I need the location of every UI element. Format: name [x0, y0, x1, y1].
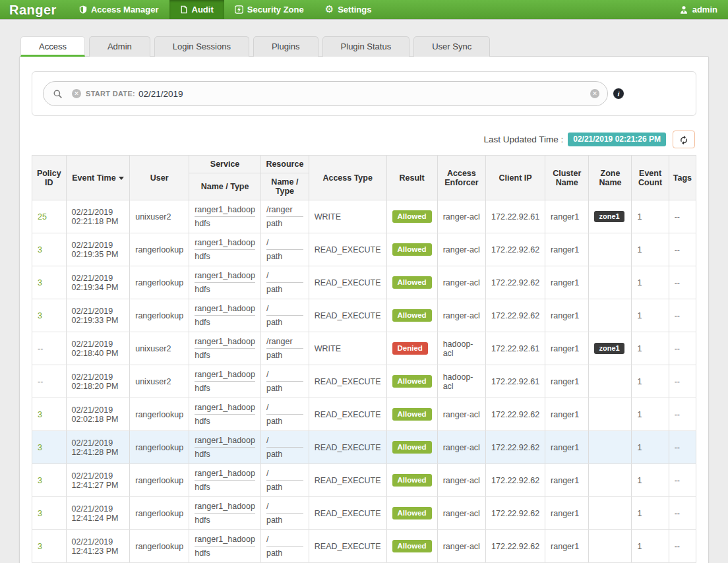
- cell-service: ranger1_hadoophdfs: [189, 266, 261, 299]
- cell-zone-name: [589, 464, 632, 497]
- cell-access-type: READ_EXECUTE: [309, 398, 386, 431]
- cell-resource: /path: [260, 497, 309, 530]
- cell-tags: --: [669, 200, 696, 233]
- cell-tags: --: [669, 332, 696, 365]
- cell-user: unixuser2: [130, 365, 189, 398]
- cell-event-time: 02/21/2019 02:19:35 PM: [66, 233, 130, 266]
- cell-cluster-name: ranger1: [545, 530, 589, 563]
- audit-tabs: Access Admin Login Sessions Plugins Plug…: [19, 36, 709, 57]
- result-badge: Allowed: [392, 408, 432, 421]
- sort-desc-icon: [119, 177, 124, 180]
- cell-tags: --: [669, 398, 696, 431]
- policy-id-link[interactable]: 3: [38, 443, 42, 452]
- last-updated-badge: 02/21/2019 02:21:26 PM: [568, 133, 666, 146]
- cell-access-enforcer: ranger-acl: [437, 266, 485, 299]
- cell-client-ip: 172.22.92.62: [486, 398, 545, 431]
- cell-client-ip: 172.22.92.62: [486, 530, 545, 563]
- policy-id-link[interactable]: 3: [38, 410, 42, 419]
- tab-plugins[interactable]: Plugins: [253, 36, 318, 57]
- cell-access-type: READ_EXECUTE: [309, 431, 386, 464]
- cell-resource: /path: [260, 266, 309, 299]
- shield-icon: [79, 5, 87, 14]
- result-badge: Allowed: [392, 210, 432, 223]
- cell-access-type: READ_EXECUTE: [309, 299, 386, 332]
- user-icon: [679, 5, 688, 15]
- info-icon[interactable]: i: [613, 88, 624, 99]
- zone-badge: zone1: [594, 343, 624, 354]
- cell-result: Denied: [386, 332, 437, 365]
- table-row: 302/21/2019 12:41:23 PMrangerlookuprange…: [32, 530, 696, 563]
- cell-zone-name: [589, 233, 632, 266]
- search-clear-icon[interactable]: ✕: [590, 89, 599, 98]
- search-input[interactable]: ✕ START DATE: 02/21/2019 ✕: [43, 81, 608, 106]
- cell-result: Allowed: [386, 233, 437, 266]
- cell-cluster-name: ranger1: [545, 299, 589, 332]
- cell-tags: --: [669, 464, 696, 497]
- tab-access[interactable]: Access: [20, 36, 85, 57]
- nav-item-security-zone[interactable]: Security Zone: [224, 0, 315, 19]
- cell-access-enforcer: hadoop-acl: [437, 365, 485, 398]
- cell-result: Allowed: [386, 200, 437, 233]
- policy-id-link[interactable]: 3: [38, 542, 42, 551]
- col-group-service: Service: [189, 156, 261, 173]
- tab-admin[interactable]: Admin: [89, 36, 150, 57]
- filter-tag-remove-icon[interactable]: ✕: [72, 89, 81, 98]
- col-group-resource: Resource: [260, 156, 309, 173]
- result-badge: Allowed: [392, 507, 432, 520]
- nav-item-audit[interactable]: Audit: [169, 0, 224, 19]
- cell-zone-name: [589, 266, 632, 299]
- cell-zone-name: zone1: [589, 332, 632, 365]
- policy-id-link[interactable]: 3: [38, 245, 42, 254]
- cell-client-ip: 172.22.92.62: [486, 233, 545, 266]
- user-menu[interactable]: admin: [679, 5, 717, 15]
- search-icon: [53, 89, 63, 99]
- table-row: 2502/21/2019 02:21:18 PMunixuser2ranger1…: [32, 200, 696, 233]
- cell-client-ip: 172.22.92.62: [486, 266, 545, 299]
- cell-service: ranger1_hadoophdfs: [189, 530, 261, 563]
- policy-id-link[interactable]: 3: [38, 476, 42, 485]
- cell-user: rangerlookup: [130, 299, 189, 332]
- policy-id-link[interactable]: 3: [38, 311, 42, 320]
- cell-access-enforcer: ranger-acl: [437, 299, 485, 332]
- col-header-policy-id: Policy ID: [32, 156, 67, 200]
- col-header-tags: Tags: [669, 156, 696, 200]
- bolt-icon: [235, 5, 243, 14]
- cell-user: unixuser2: [130, 200, 189, 233]
- cell-event-time: 02/21/2019 02:18:20 PM: [66, 365, 130, 398]
- tab-user-sync[interactable]: User Sync: [413, 36, 490, 57]
- user-name: admin: [692, 5, 717, 15]
- cell-access-type: WRITE: [309, 200, 386, 233]
- cell-access-enforcer: ranger-acl: [437, 200, 485, 233]
- table-row: 302/21/2019 12:41:28 PMrangerlookuprange…: [32, 431, 696, 464]
- cell-event-count: 1: [632, 497, 669, 530]
- policy-id-link[interactable]: 3: [38, 278, 42, 287]
- cell-access-type: READ_EXECUTE: [309, 233, 386, 266]
- nav-item-label: Security Zone: [247, 5, 304, 15]
- nav-item-access-manager[interactable]: Access Manager: [69, 0, 169, 19]
- cell-user: rangerlookup: [130, 497, 189, 530]
- col-header-event-time[interactable]: Event Time: [66, 156, 130, 200]
- nav-item-settings[interactable]: ⚙ Settings: [315, 0, 382, 19]
- cell-event-time: 02/21/2019 12:41:24 PM: [66, 497, 130, 530]
- cell-tags: --: [669, 365, 696, 398]
- result-badge: Allowed: [392, 309, 432, 322]
- ranger-logo[interactable]: Ranger: [0, 0, 69, 19]
- refresh-button[interactable]: [673, 131, 695, 148]
- table-row: --02/21/2019 02:18:40 PMunixuser2ranger1…: [32, 332, 696, 365]
- cell-event-time: 02/21/2019 02:21:18 PM: [66, 200, 130, 233]
- policy-id-link[interactable]: 3: [38, 509, 42, 518]
- cell-cluster-name: ranger1: [545, 464, 589, 497]
- col-header-service-name-type: Name / Type: [189, 173, 261, 200]
- cell-user: unixuser2: [130, 332, 189, 365]
- result-badge: Allowed: [392, 441, 432, 454]
- cell-zone-name: [589, 431, 632, 464]
- cell-policy-id: --: [32, 365, 67, 398]
- cell-user: rangerlookup: [130, 233, 189, 266]
- tab-plugin-status[interactable]: Plugin Status: [322, 36, 410, 57]
- tab-login-sessions[interactable]: Login Sessions: [154, 36, 249, 57]
- cell-service: ranger1_hadoophdfs: [189, 398, 261, 431]
- cell-resource: /path: [260, 431, 309, 464]
- cell-tags: --: [669, 431, 696, 464]
- policy-id-link[interactable]: 25: [38, 212, 47, 222]
- table-body: 2502/21/2019 02:21:18 PMunixuser2ranger1…: [32, 200, 696, 563]
